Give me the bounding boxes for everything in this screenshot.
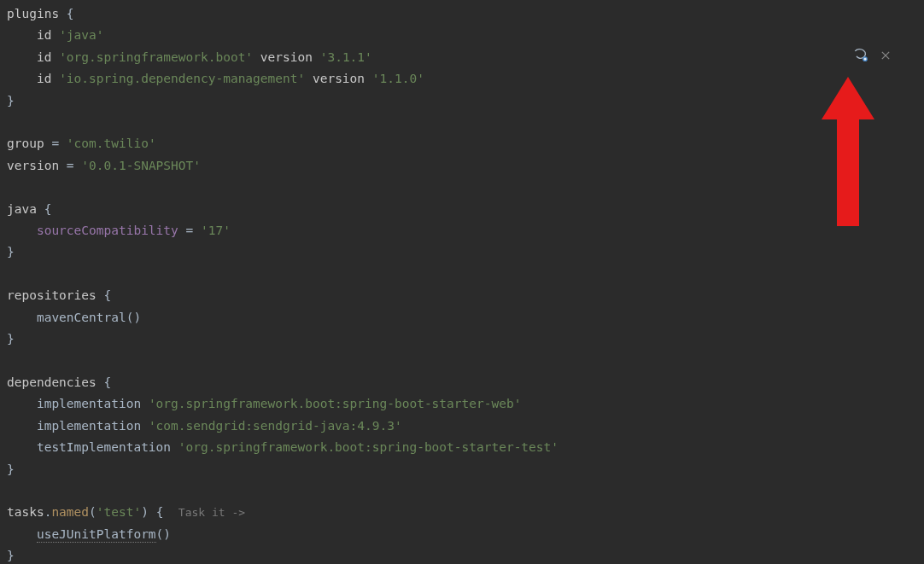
indent [7,311,37,324]
brace: { [37,202,51,216]
indent [7,50,37,64]
indent [7,419,37,433]
kw-version: version [305,72,372,85]
fn-impl: implementation [37,397,141,410]
space [141,419,149,433]
str-test: 'test' [96,505,141,519]
brace-close: } [7,549,15,562]
str-depmgmt: 'io.spring.dependency-management' [59,72,305,85]
kw-id: id [37,28,51,42]
paren-close: ) [141,505,149,519]
kw-version: version [7,159,59,172]
str-ver110: '1.1.0' [372,72,424,85]
code-editor[interactable]: plugins { id 'java' id 'org.springframew… [0,0,924,564]
fn-mavencentral: mavenCentral [37,311,126,324]
fn-usejunit: useJUnitPlatform [37,527,156,543]
eq: = [178,224,201,237]
gradle-refresh-icon[interactable] [852,47,869,64]
brace: { [96,288,111,302]
kw-tasks: tasks [7,505,44,519]
kw-group: group [7,137,44,150]
kw-version: version [253,50,320,64]
space [51,72,59,85]
eq: = [44,137,67,150]
kw-repositories: repositories [7,288,96,302]
paren: () [156,527,171,541]
indent [7,28,37,42]
indent [7,397,37,410]
inlay-hint: Task it -> [178,506,245,519]
fn-named: named [51,505,89,519]
str-springboot: 'org.springframework.boot' [59,50,253,64]
indent [7,440,37,454]
kw-plugins: plugins [7,7,59,20]
space [163,505,178,519]
paren-open: ( [89,505,96,519]
indent [7,224,37,237]
kw-id: id [37,72,51,85]
brace: { [59,7,73,20]
kw-java: java [7,202,37,216]
space [141,397,149,410]
fn-testimpl: testImplementation [37,440,171,454]
str-dep-web: 'org.springframework.boot:spring-boot-st… [149,397,522,410]
brace-close: } [7,462,15,476]
str-ver311: '3.1.1' [320,50,372,64]
indent [7,527,37,541]
str-dep-sendgrid: 'com.sendgrid:sendgrid-java:4.9.3' [149,419,402,433]
kw-id: id [37,50,51,64]
notification-cluster [852,47,892,64]
prop-srccompat: sourceCompatibility [37,224,178,237]
brace-close: } [7,94,15,108]
close-icon[interactable] [880,49,892,61]
str-java: 'java' [59,28,103,42]
str-dep-test: 'org.springframework.boot:spring-boot-st… [178,440,558,454]
space [51,28,59,42]
space [171,440,178,454]
brace-close: } [7,245,15,259]
eq: = [59,159,81,172]
paren: () [126,311,141,324]
str-version: '0.0.1-SNAPSHOT' [81,159,201,172]
indent [7,72,37,85]
space [51,50,59,64]
brace: { [149,505,163,519]
str-group: 'com.twilio' [67,137,156,150]
kw-dependencies: dependencies [7,375,96,389]
fn-impl: implementation [37,419,141,433]
brace: { [96,375,111,389]
str-17: '17' [201,224,231,237]
brace-close: } [7,332,15,346]
